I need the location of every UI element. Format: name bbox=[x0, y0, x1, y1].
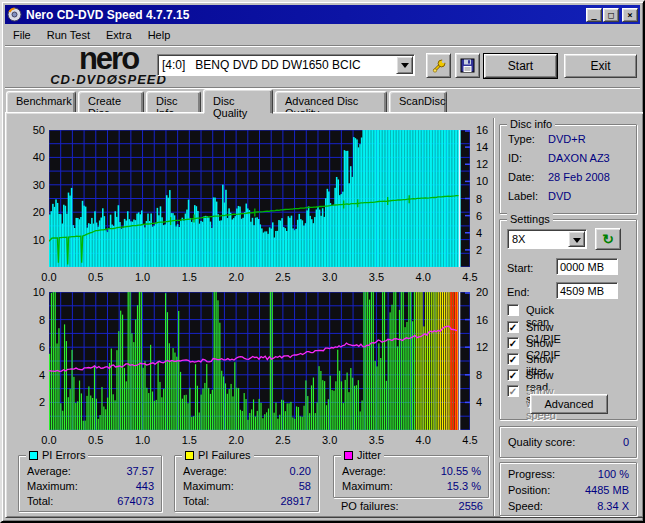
app-window: Nero CD-DVD Speed 4.7.7.15 _ □ × File Ru… bbox=[0, 0, 645, 523]
wrench-icon bbox=[431, 58, 447, 74]
maximize-button[interactable]: □ bbox=[603, 8, 619, 22]
options-button[interactable] bbox=[426, 53, 451, 78]
app-disc-icon bbox=[7, 7, 22, 22]
menu-help[interactable]: Help bbox=[140, 27, 179, 43]
checkbox-icon[interactable]: ✓ bbox=[507, 369, 519, 381]
disc-date-value: 28 Feb 2008 bbox=[548, 171, 610, 183]
checkbox-icon[interactable]: ✓ bbox=[507, 304, 519, 316]
pi-errors-title: PI Errors bbox=[26, 449, 88, 461]
refresh-button[interactable]: ↻ bbox=[595, 228, 621, 250]
position-value: 4485 MB bbox=[585, 484, 629, 496]
tab-advanced-disc-quality[interactable]: Advanced Disc Quality bbox=[275, 91, 387, 113]
close-button[interactable]: × bbox=[622, 8, 638, 22]
speed-select[interactable]: 8X bbox=[507, 229, 587, 249]
pi-failures-swatch bbox=[185, 451, 194, 460]
disc-type-value: DVD+R bbox=[548, 133, 586, 145]
pie-total-value: 674073 bbox=[117, 495, 154, 507]
pi-failures-title: PI Failures bbox=[182, 449, 254, 461]
pie-average-value: 37.57 bbox=[126, 465, 154, 477]
dropdown-arrow-icon[interactable] bbox=[568, 231, 585, 247]
speed-select-value: 8X bbox=[512, 233, 525, 245]
separator bbox=[493, 118, 495, 516]
pif-total-value: 28917 bbox=[280, 495, 311, 507]
refresh-icon: ↻ bbox=[602, 231, 614, 247]
title-bar[interactable]: Nero CD-DVD Speed 4.7.7.15 _ □ × bbox=[5, 5, 640, 24]
jitter-swatch bbox=[344, 451, 353, 460]
pi-errors-swatch bbox=[29, 451, 38, 460]
save-button[interactable] bbox=[455, 53, 480, 78]
tab-scandisc[interactable]: ScanDisc bbox=[389, 91, 447, 113]
disc-label-value: DVD bbox=[548, 190, 571, 202]
disc-info-title: Disc info bbox=[507, 118, 555, 130]
checkbox-icon[interactable]: ✓ bbox=[507, 321, 519, 333]
pi-failures-box: PI Failures Average:0.20 Maximum:58 Tota… bbox=[174, 455, 319, 512]
drive-select[interactable]: [4:0] BENQ DVD DD DW1650 BCIC bbox=[157, 54, 415, 76]
disc-id-value: DAXON AZ3 bbox=[548, 152, 610, 164]
po-failures-row: PO failures: 2556 bbox=[341, 500, 483, 512]
pif-maximum-value: 58 bbox=[299, 480, 311, 492]
tab-create-disc[interactable]: Create Disc bbox=[78, 91, 144, 113]
speed-value: 8.34 X bbox=[597, 500, 629, 512]
checkbox-icon[interactable]: ✓ bbox=[507, 385, 519, 397]
end-label: End: bbox=[507, 286, 530, 298]
floppy-disk-icon bbox=[460, 58, 475, 73]
jitter-average-value: 10.55 % bbox=[441, 465, 481, 477]
menu-file[interactable]: File bbox=[5, 27, 39, 43]
settings-box: Settings 8X ↻ Start: 0000 MB End: 4509 M… bbox=[499, 219, 637, 420]
minimize-button[interactable]: _ bbox=[586, 8, 602, 22]
quality-score-box: Quality score:0 bbox=[499, 426, 637, 458]
po-failures-value: 2556 bbox=[459, 500, 483, 512]
advanced-button[interactable]: Advanced bbox=[530, 394, 608, 414]
checkbox-icon[interactable]: ✓ bbox=[507, 353, 519, 365]
jitter-title: Jitter bbox=[341, 449, 384, 461]
pie-maximum-value: 443 bbox=[136, 480, 154, 492]
drive-select-value: [4:0] BENQ DVD DD DW1650 BCIC bbox=[162, 58, 361, 72]
disc-info-box: Disc info Type:DVD+R ID:DAXON AZ3 Date:2… bbox=[499, 124, 637, 214]
tab-disc-info[interactable]: Disc Info bbox=[146, 91, 201, 113]
pi-errors-box: PI Errors Average:37.57 Maximum:443 Tota… bbox=[18, 455, 162, 512]
pif-average-value: 0.20 bbox=[290, 465, 311, 477]
tab-disc-quality[interactable]: Disc Quality bbox=[203, 89, 273, 114]
end-field[interactable]: 4509 MB bbox=[556, 282, 618, 299]
start-button[interactable]: Start bbox=[484, 54, 557, 78]
tab-benchmark[interactable]: Benchmark bbox=[6, 91, 76, 113]
start-label: Start: bbox=[507, 262, 533, 274]
jitter-box: Jitter Average:10.55 % Maximum:15.3 % bbox=[333, 455, 489, 498]
window-title: Nero CD-DVD Speed 4.7.7.15 bbox=[26, 8, 585, 22]
quality-score-value: 0 bbox=[623, 436, 629, 448]
settings-title: Settings bbox=[507, 213, 553, 225]
progress-value: 100 % bbox=[598, 468, 629, 480]
exit-button[interactable]: Exit bbox=[564, 54, 637, 78]
jitter-maximum-value: 15.3 % bbox=[447, 480, 481, 492]
checkbox-icon[interactable]: ✓ bbox=[507, 337, 519, 349]
progress-box: Progress:100 % Position:4485 MB Speed:8.… bbox=[499, 462, 637, 516]
start-field[interactable]: 0000 MB bbox=[556, 258, 618, 275]
dropdown-arrow-icon[interactable] bbox=[396, 56, 413, 74]
separator bbox=[5, 87, 640, 89]
